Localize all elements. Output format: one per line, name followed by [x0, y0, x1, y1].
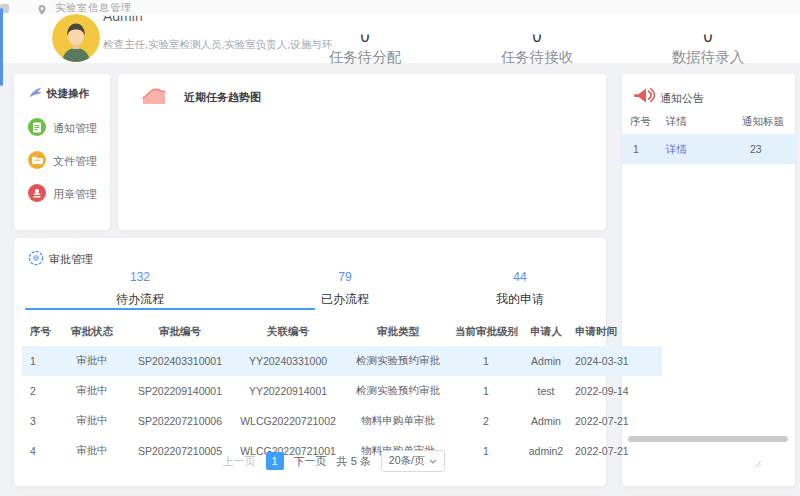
- approvals-panel: 审批管理 132 待办流程 79 已办流程 44 我的申请 序号 审批状态 审批…: [14, 238, 606, 486]
- tab-label: 待办流程: [55, 291, 225, 308]
- cell-approval-no: SP202403310001: [126, 346, 234, 376]
- col-approval-no: 审批编号: [126, 318, 234, 346]
- tab-count: 132: [55, 270, 225, 284]
- notices-table-header: 序号 详情 通知标题: [622, 112, 795, 132]
- stat-data-to-enter: 0 数据待录入: [643, 28, 773, 67]
- notice-index: 1: [633, 143, 639, 155]
- stat-tasks-to-assign: 0 任务待分配: [300, 28, 430, 67]
- stamp-icon: [28, 184, 46, 202]
- cell-related-no-link[interactable]: YY20220914001: [234, 376, 342, 406]
- page-title: 实验室信息管理: [55, 1, 132, 15]
- active-tab-underline: [25, 308, 315, 310]
- col-status: 审批状态: [58, 318, 126, 346]
- resize-handle-icon[interactable]: [754, 454, 762, 472]
- swoosh-arrow-icon: [28, 85, 43, 103]
- tab-done-processes[interactable]: 79 已办流程: [260, 270, 430, 308]
- page-1-button[interactable]: 1: [266, 452, 284, 470]
- col-type: 审批类型: [342, 318, 454, 346]
- left-scrollbar[interactable]: [0, 8, 3, 86]
- cell-index: 3: [22, 406, 58, 436]
- cell-applicant: test: [518, 376, 574, 406]
- chevron-down-icon: [429, 459, 437, 464]
- quick-op-label: 通知管理: [53, 121, 97, 136]
- approvals-title: 审批管理: [49, 252, 93, 267]
- cell-level: 1: [454, 346, 518, 376]
- cell-related-no-link[interactable]: WLCG20220721002: [234, 406, 342, 436]
- pin-icon: [37, 2, 47, 20]
- cell-apply-time: 2024-03-31: [574, 346, 662, 376]
- col-detail: 详情: [666, 115, 687, 129]
- cell-level: 1: [454, 376, 518, 406]
- cell-type: 检测实验预约审批: [342, 376, 454, 406]
- col-level: 当前审批级别: [454, 318, 518, 346]
- table-row[interactable]: 1 审批中 SP202403310001 YY20240331000 检测实验预…: [22, 346, 662, 376]
- cell-level: 2: [454, 406, 518, 436]
- page-size-select[interactable]: 20条/页: [381, 450, 446, 472]
- cell-index: 2: [22, 376, 58, 406]
- cell-applicant: Admin: [518, 406, 574, 436]
- stat-label: 数据待录入: [643, 48, 773, 67]
- quick-op-notice-management[interactable]: 通知管理: [14, 118, 110, 138]
- notice-title-value: 23: [750, 143, 762, 155]
- window-tab-bar: 实验室信息管理: [0, 0, 800, 14]
- total-count: 共 5 条: [337, 454, 371, 469]
- notice-detail-link[interactable]: 详情: [666, 143, 687, 157]
- quick-op-seal-management[interactable]: 用章管理: [14, 184, 110, 204]
- cell-apply-time: 2022-09-14: [574, 376, 662, 406]
- document-icon: [28, 118, 46, 136]
- tab-count: 79: [260, 270, 430, 284]
- approvals-table: 序号 审批状态 审批编号 关联编号 审批类型 当前审批级别 申请人 申请时间 1…: [22, 318, 662, 466]
- cell-status: 审批中: [58, 406, 126, 436]
- cell-type: 物料申购单审批: [342, 406, 454, 436]
- quick-operations-title: 快捷操作: [47, 87, 89, 101]
- table-row[interactable]: 2 审批中 SP202209140001 YY20220914001 检测实验预…: [22, 376, 662, 406]
- cell-applicant: Admin: [518, 346, 574, 376]
- stat-tasks-to-receive: 0 任务待接收: [472, 28, 602, 67]
- trend-chart-panel: 近期任务趋势图: [118, 74, 606, 230]
- area-chart-icon: [140, 84, 168, 112]
- tab-label: 已办流程: [260, 291, 430, 308]
- stat-label: 任务待分配: [300, 48, 430, 67]
- col-title: 通知标题: [742, 115, 784, 129]
- user-avatar[interactable]: [52, 14, 100, 62]
- next-page-button[interactable]: 下一页: [294, 454, 327, 469]
- tab-pending-processes[interactable]: 132 待办流程: [55, 270, 225, 308]
- col-applicant: 申请人: [518, 318, 574, 346]
- trend-chart-title: 近期任务趋势图: [184, 90, 261, 105]
- folder-icon: [28, 151, 46, 169]
- col-index: 序号: [630, 115, 651, 129]
- cell-type: 检测实验预约审批: [342, 346, 454, 376]
- megaphone-icon: [632, 85, 656, 111]
- col-apply-time: 申请时间: [574, 318, 662, 346]
- stat-value: 0: [643, 28, 773, 45]
- cell-index: 1: [22, 346, 58, 376]
- cell-status: 审批中: [58, 346, 126, 376]
- cell-related-no-link[interactable]: YY20240331000: [234, 346, 342, 376]
- tab-my-applications[interactable]: 44 我的申请: [435, 270, 605, 308]
- table-header-row: 序号 审批状态 审批编号 关联编号 审批类型 当前审批级别 申请人 申请时间: [22, 318, 662, 346]
- quick-op-label: 用章管理: [53, 187, 97, 202]
- stat-value: 0: [472, 28, 602, 45]
- col-related-no: 关联编号: [234, 318, 342, 346]
- cell-approval-no: SP202209140001: [126, 376, 234, 406]
- user-roles: 检查主任,实验室检测人员,实验室负责人,设施与环: [103, 38, 332, 52]
- notices-title: 通知公告: [660, 91, 704, 106]
- cell-approval-no: SP202207210006: [126, 406, 234, 436]
- cell-apply-time: 2022-07-21: [574, 406, 662, 436]
- table-row[interactable]: 3 审批中 SP202207210006 WLCG20220721002 物料申…: [22, 406, 662, 436]
- quick-op-label: 文件管理: [53, 154, 97, 169]
- col-index: 序号: [22, 318, 58, 346]
- pagination: 上一页 1 下一页 共 5 条 20条/页: [14, 450, 654, 472]
- tab-label: 我的申请: [435, 291, 605, 308]
- page-size-value: 20条/页: [389, 454, 425, 468]
- tab-count: 44: [435, 270, 605, 284]
- prev-page-button[interactable]: 上一页: [223, 454, 256, 469]
- cell-status: 审批中: [58, 376, 126, 406]
- lims-dashboard: 实验室信息管理 Admin 检查主任,实验室检测人员,实验室负责人,设施与环 0…: [0, 0, 800, 496]
- notice-row[interactable]: 1 详情 23: [622, 134, 795, 164]
- quick-operations-panel: 快捷操作 通知管理 文件管理 用章管理: [14, 74, 110, 230]
- quick-op-file-management[interactable]: 文件管理: [14, 151, 110, 171]
- stat-label: 任务待接收: [472, 48, 602, 67]
- stat-value: 0: [300, 28, 430, 45]
- badge-circle-icon: [28, 250, 44, 270]
